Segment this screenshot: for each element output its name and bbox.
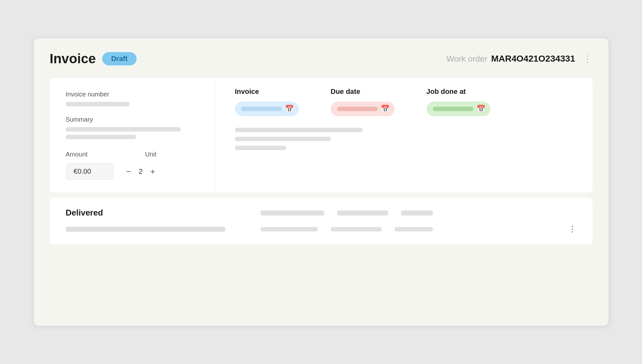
bottom-row-skel-main [66, 227, 225, 232]
amount-unit-section: Amount Unit €0.00 − 2 + [66, 151, 200, 180]
main-card-inner: Invoice number Summary Amount Unit [50, 78, 593, 193]
right-skeleton-1 [235, 128, 363, 132]
bottom-col-skel-1 [261, 210, 324, 216]
invoice-number-label: Invoice number [66, 91, 200, 98]
main-card: Invoice number Summary Amount Unit [50, 78, 593, 193]
bottom-data-row: ⋮ [66, 224, 577, 234]
page-container: Invoice Draft Work order MAR4O421O234331… [34, 38, 608, 326]
more-options-icon[interactable]: ⋮ [583, 54, 593, 64]
amount-label: Amount [66, 151, 88, 158]
decrement-button[interactable]: − [126, 167, 131, 176]
bottom-col-skeletons [261, 210, 577, 216]
draft-badge: Draft [102, 52, 136, 65]
summary-label: Summary [66, 116, 200, 123]
right-skeleton-3 [235, 146, 286, 150]
due-date-col: Due date 📅 [331, 87, 395, 116]
work-order-label: Work order [446, 54, 487, 64]
unit-value: 2 [138, 167, 144, 176]
invoice-col-title: Invoice [235, 87, 299, 96]
bottom-row-right: ⋮ [261, 224, 577, 234]
right-panel-skeletons [235, 128, 573, 150]
bottom-row-skel-3 [395, 227, 433, 231]
job-done-col: Job done at 📅 [427, 87, 490, 116]
unit-label: Unit [145, 151, 156, 158]
summary-skeleton-1 [66, 127, 181, 132]
summary-section: Summary [66, 116, 200, 139]
row-more-icon[interactable]: ⋮ [568, 224, 577, 234]
due-date-col-title: Due date [331, 87, 395, 96]
bottom-card: Delivered ⋮ [50, 198, 593, 244]
invoice-calendar-icon[interactable]: 📅 [285, 105, 294, 113]
summary-skeletons [66, 127, 200, 139]
amount-value[interactable]: €0.00 [66, 163, 114, 180]
job-done-col-title: Job done at [427, 87, 490, 96]
invoice-date-pill[interactable]: 📅 [235, 102, 299, 116]
header: Invoice Draft Work order MAR4O421O234331… [50, 51, 593, 66]
header-right: Work order MAR4O421O234331 ⋮ [446, 54, 592, 64]
job-done-pill[interactable]: 📅 [427, 102, 490, 116]
amount-unit-row: €0.00 − 2 + [66, 163, 200, 180]
due-date-calendar-icon[interactable]: 📅 [381, 105, 389, 113]
delivered-label: Delivered [66, 208, 251, 218]
date-columns: Invoice 📅 Due date 📅 [235, 87, 573, 116]
header-left: Invoice Draft [50, 51, 137, 66]
job-done-skeleton [433, 107, 473, 111]
bottom-col-skel-3 [401, 210, 433, 216]
invoice-number-skeleton [66, 102, 130, 106]
work-order-value: MAR4O421O234331 [491, 54, 575, 64]
right-skeleton-2 [235, 137, 331, 141]
increment-button[interactable]: + [150, 167, 155, 176]
right-panel: Invoice 📅 Due date 📅 [216, 78, 593, 193]
job-done-calendar-icon[interactable]: 📅 [477, 105, 485, 113]
invoice-number-section: Invoice number [66, 91, 200, 106]
unit-stepper: − 2 + [126, 167, 155, 176]
due-date-skeleton [337, 107, 378, 111]
invoice-date-skeleton [241, 107, 282, 111]
amount-unit-header: Amount Unit [66, 151, 200, 158]
bottom-col-skel-2 [337, 210, 388, 216]
bottom-row-skel-1 [261, 227, 318, 231]
bottom-row-skel-2 [331, 227, 382, 231]
summary-skeleton-2 [66, 135, 136, 139]
invoice-date-col: Invoice 📅 [235, 87, 299, 116]
page-title: Invoice [50, 51, 96, 66]
left-panel: Invoice number Summary Amount Unit [50, 78, 216, 193]
bottom-header: Delivered [66, 208, 577, 218]
due-date-pill[interactable]: 📅 [331, 102, 395, 116]
bottom-row-left [66, 227, 251, 232]
